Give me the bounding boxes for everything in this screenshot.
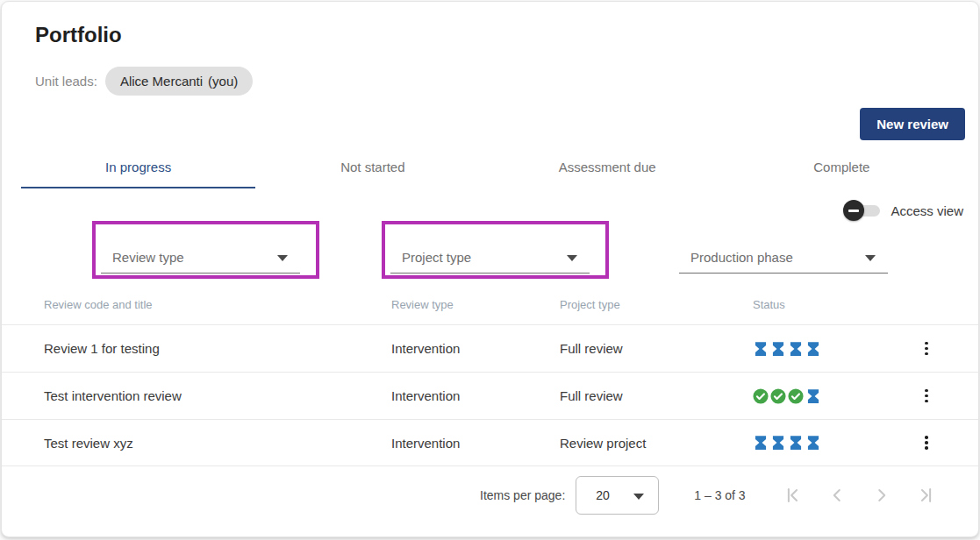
access-view-label: Access view bbox=[891, 203, 963, 218]
hourglass-icon bbox=[770, 435, 786, 451]
unit-lead-chip[interactable]: Alice Mercanti (you) bbox=[105, 67, 253, 96]
portfolio-card: Portfolio Unit leads: Alice Mercanti (yo… bbox=[1, 1, 979, 537]
unit-leads-label: Unit leads: bbox=[35, 74, 97, 89]
production-phase-filter-label: Production phase bbox=[690, 250, 793, 265]
previous-page-icon bbox=[827, 486, 847, 505]
check-circle-icon bbox=[770, 388, 786, 404]
column-header-review-type: Review type bbox=[391, 298, 560, 311]
table-body: Review 1 for testing Intervention Full r… bbox=[2, 324, 978, 466]
review-title-cell: Review 1 for testing bbox=[44, 341, 391, 356]
next-page-button[interactable] bbox=[872, 486, 891, 505]
tab-complete[interactable]: Complete bbox=[725, 151, 959, 188]
review-title-cell: Test review xyz bbox=[44, 436, 391, 451]
table-header-row: Review code and title Review type Projec… bbox=[2, 284, 978, 324]
first-page-button[interactable] bbox=[783, 486, 802, 505]
reviews-table: Review code and title Review type Projec… bbox=[2, 284, 978, 466]
page-range-label: 1 – 3 of 3 bbox=[694, 488, 745, 502]
hourglass-icon bbox=[753, 435, 769, 451]
project-type-cell: Full review bbox=[560, 341, 753, 356]
column-header-project-type: Project type bbox=[560, 298, 753, 311]
review-type-cell: Intervention bbox=[391, 341, 560, 356]
kebab-menu-button[interactable] bbox=[919, 432, 934, 453]
page-title: Portfolio bbox=[35, 23, 122, 47]
tab-bar: In progress Not started Assessment due C… bbox=[2, 151, 978, 188]
hourglass-icon bbox=[805, 341, 821, 357]
hourglass-icon bbox=[788, 341, 804, 357]
check-circle-icon bbox=[753, 388, 769, 404]
first-page-icon bbox=[783, 486, 802, 505]
production-phase-filter-dropdown[interactable]: Production phase bbox=[679, 235, 888, 274]
hourglass-icon bbox=[788, 435, 804, 451]
kebab-menu-button[interactable] bbox=[919, 386, 934, 407]
kebab-menu-button[interactable] bbox=[919, 338, 934, 359]
project-type-cell: Full review bbox=[560, 388, 753, 403]
project-type-cell: Review project bbox=[560, 436, 753, 451]
table-row[interactable]: Test intervention review Intervention Fu… bbox=[2, 372, 978, 419]
hourglass-icon bbox=[805, 435, 821, 451]
table-row[interactable]: Test review xyz Intervention Review proj… bbox=[2, 419, 978, 466]
items-per-page-value: 20 bbox=[596, 488, 610, 502]
project-type-filter-dropdown[interactable]: Project type bbox=[390, 235, 590, 274]
last-page-icon bbox=[917, 486, 936, 505]
pagination-bar: Items per page: 20 1 – 3 of 3 bbox=[480, 476, 965, 515]
review-type-cell: Intervention bbox=[391, 388, 560, 403]
access-view-toggle[interactable] bbox=[843, 200, 882, 221]
tab-in-progress[interactable]: In progress bbox=[21, 151, 255, 188]
status-cell bbox=[753, 341, 919, 357]
review-type-filter-label: Review type bbox=[112, 250, 184, 265]
last-page-button[interactable] bbox=[917, 486, 936, 505]
chevron-down-icon bbox=[865, 255, 876, 261]
unit-lead-name: Alice Mercanti bbox=[120, 74, 203, 89]
chevron-down-icon bbox=[567, 255, 577, 261]
new-review-button[interactable]: New review bbox=[860, 108, 965, 140]
check-circle-icon bbox=[788, 388, 804, 404]
table-row[interactable]: Review 1 for testing Intervention Full r… bbox=[2, 324, 978, 372]
tab-not-started[interactable]: Not started bbox=[255, 151, 490, 188]
pagination-nav bbox=[783, 486, 936, 505]
review-type-cell: Intervention bbox=[391, 436, 560, 451]
unit-leads-row: Unit leads: Alice Mercanti (you) bbox=[35, 67, 253, 96]
hourglass-icon bbox=[753, 341, 769, 357]
hourglass-icon bbox=[770, 341, 786, 357]
column-header-status: Status bbox=[753, 298, 919, 311]
tab-assessment-due[interactable]: Assessment due bbox=[490, 151, 725, 188]
review-type-filter-dropdown[interactable]: Review type bbox=[101, 235, 300, 274]
status-cell bbox=[753, 435, 919, 451]
unit-lead-you-suffix: (you) bbox=[208, 74, 238, 89]
hourglass-icon bbox=[805, 388, 821, 404]
access-view-row: Access view bbox=[843, 200, 963, 221]
column-header-review-code-title: Review code and title bbox=[44, 298, 391, 311]
project-type-filter-label: Project type bbox=[402, 250, 471, 265]
toggle-thumb-minus-icon bbox=[843, 200, 864, 221]
previous-page-button[interactable] bbox=[827, 486, 847, 505]
chevron-down-icon bbox=[633, 494, 644, 500]
items-per-page-label: Items per page: bbox=[480, 488, 565, 502]
chevron-down-icon bbox=[277, 255, 288, 261]
items-per-page-select[interactable]: 20 bbox=[576, 476, 659, 515]
status-cell bbox=[753, 388, 919, 404]
review-title-cell: Test intervention review bbox=[44, 388, 391, 403]
next-page-icon bbox=[872, 486, 891, 505]
